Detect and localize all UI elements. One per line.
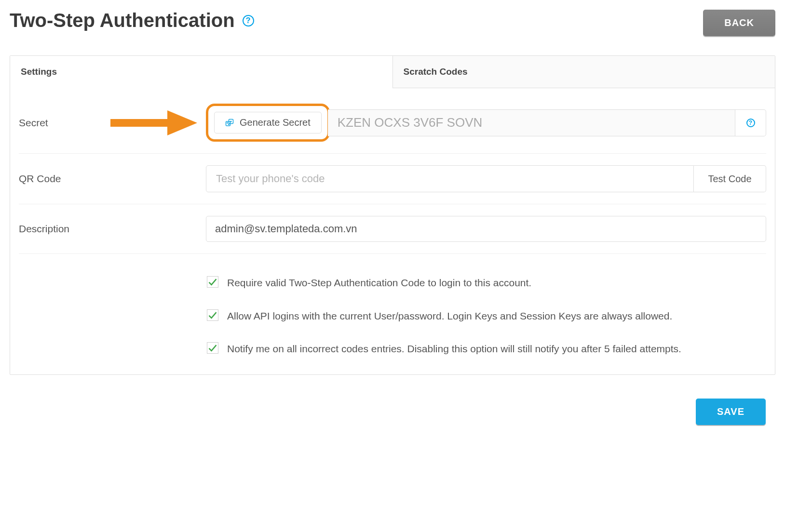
option-allow-api-label: Allow API logins with the current User/p… [227, 308, 672, 324]
tab-scratch-codes[interactable]: Scratch Codes [392, 56, 775, 88]
secret-value: KZEN OCXS 3V6F SOVN [328, 109, 735, 136]
svg-point-4 [227, 122, 228, 123]
svg-rect-0 [110, 119, 168, 127]
dice-icon [225, 119, 234, 127]
checkbox-notify[interactable] [207, 342, 218, 354]
generate-secret-button[interactable]: Generate Secret [214, 112, 322, 133]
test-code-button[interactable]: Test Code [694, 165, 766, 192]
generate-secret-label: Generate Secret [240, 117, 311, 128]
settings-panel: Settings Scratch Codes Secret [10, 55, 775, 375]
option-require-2fa: Require valid Two-Step Authentication Co… [207, 266, 766, 294]
option-notify: Notify me on all incorrect codes entries… [207, 327, 766, 360]
label-qr-code: QR Code [19, 173, 197, 185]
page-header: Two-Step Authentication ? BACK [10, 10, 775, 36]
arrow-annotation [110, 110, 197, 135]
footer: SAVE [10, 375, 775, 423]
generate-secret-highlight: Generate Secret [206, 104, 330, 142]
option-notify-label: Notify me on all incorrect codes entries… [227, 341, 681, 357]
back-button[interactable]: BACK [703, 10, 775, 36]
help-icon[interactable]: ? [243, 15, 254, 27]
row-qr-code: QR Code Test Code [19, 154, 766, 204]
save-button[interactable]: SAVE [696, 399, 766, 425]
row-secret: Secret [19, 92, 766, 154]
row-description: Description [19, 204, 766, 254]
description-input[interactable] [206, 216, 766, 242]
label-secret: Secret [19, 117, 197, 129]
page-title-text: Two-Step Authentication [10, 10, 235, 31]
panel-body: Secret [10, 88, 775, 374]
svg-marker-1 [167, 110, 197, 135]
option-allow-api: Allow API logins with the current User/p… [207, 294, 766, 327]
row-options: Require valid Two-Step Authentication Co… [19, 254, 766, 360]
checkbox-allow-api[interactable] [207, 309, 218, 321]
qr-test-input[interactable] [206, 165, 694, 192]
label-description: Description [19, 223, 197, 235]
secret-help-button[interactable]: ? [735, 109, 766, 136]
help-icon: ? [746, 119, 755, 127]
tab-bar: Settings Scratch Codes [10, 56, 775, 88]
tab-settings[interactable]: Settings [10, 56, 392, 88]
checkbox-require-2fa[interactable] [207, 276, 218, 288]
option-require-2fa-label: Require valid Two-Step Authentication Co… [227, 275, 531, 291]
page-title: Two-Step Authentication ? [10, 10, 254, 31]
svg-point-6 [230, 121, 231, 122]
svg-point-5 [229, 124, 230, 125]
